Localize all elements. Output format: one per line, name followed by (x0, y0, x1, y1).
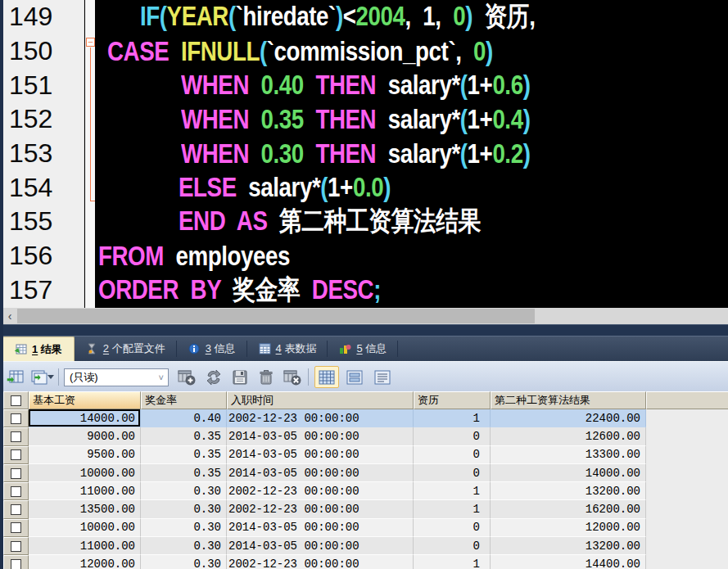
column-header[interactable]: 奖金率 (141, 391, 227, 409)
fold-collapse-icon[interactable]: – (86, 38, 95, 47)
grid-cell[interactable]: 0.35 (141, 464, 227, 482)
table-row[interactable]: 10000.000.302014-03-05 00:00:00012000.00 (3, 519, 728, 537)
grid-cell[interactable]: 11000.00 (29, 537, 141, 555)
table-row[interactable]: 14000.000.402002-12-23 00:00:00122400.00 (3, 409, 728, 427)
grid-cell[interactable]: 2014-03-05 00:00:00 (227, 519, 414, 537)
grid-cell[interactable]: 0 (414, 519, 491, 537)
result-grid[interactable]: 基本工资奖金率入职时间资历第二种工资算法结果 14000.000.402002-… (3, 391, 728, 569)
table-row[interactable]: 9500.000.352014-03-05 00:00:00013300.00 (3, 446, 728, 464)
grid-cell[interactable]: 11000.00 (29, 482, 141, 500)
grid-cell[interactable]: 0 (414, 464, 491, 482)
tab-table-data[interactable]: 4 表数据 (247, 336, 328, 361)
row-checkbox[interactable] (11, 449, 21, 460)
column-header[interactable]: 入职时间 (227, 391, 414, 409)
grid-cell[interactable]: 10000.00 (29, 519, 141, 537)
tab-info-1[interactable]: 3 信息 (177, 336, 247, 361)
grid-cell[interactable]: 22400.00 (491, 409, 646, 427)
scrollbar-thumb[interactable] (17, 309, 535, 323)
table-row[interactable]: 12000.000.302002-12-23 00:00:00114400.00 (3, 555, 728, 569)
grid-cell[interactable]: 0.30 (141, 519, 227, 537)
table-row[interactable]: 11000.000.302014-03-05 00:00:00013200.00 (3, 537, 728, 555)
grid-cell[interactable]: 1 (414, 482, 491, 500)
row-checkbox[interactable] (11, 541, 21, 552)
grid-cell[interactable]: 13200.00 (491, 537, 646, 555)
grid-cell[interactable]: 0 (414, 537, 491, 555)
show-grid-button[interactable] (5, 367, 26, 387)
table-row[interactable]: 9000.000.352014-03-05 00:00:00012600.00 (3, 427, 728, 445)
grid-cell[interactable]: 14400.00 (491, 555, 646, 569)
grid-cell[interactable]: 1 (414, 555, 491, 569)
grid-cell[interactable]: 12000.00 (29, 555, 141, 569)
row-selector-cell[interactable] (3, 537, 29, 555)
code-area[interactable]: IF(YEAR(`hiredate`)<2004, 1, 0) 资历,CASE … (95, 0, 728, 308)
grid-cell[interactable]: 9000.00 (29, 427, 141, 445)
save-button[interactable] (229, 367, 251, 387)
row-selector-cell[interactable] (3, 464, 29, 482)
grid-cell[interactable]: 0.30 (141, 482, 227, 500)
select-all-checkbox[interactable] (11, 395, 21, 406)
grid-cell[interactable]: 0.30 (141, 500, 227, 518)
row-checkbox[interactable] (11, 468, 21, 479)
grid-cell[interactable]: 2002-12-23 00:00:00 (227, 482, 414, 500)
refresh-button[interactable] (203, 367, 224, 387)
grid-options-caret-icon[interactable] (46, 367, 56, 387)
grid-cell[interactable]: 13500.00 (29, 500, 141, 518)
grid-cell[interactable]: 10000.00 (29, 464, 141, 482)
grid-cell[interactable]: 1 (414, 500, 491, 518)
tab-info-2[interactable]: 5 信息 (328, 336, 398, 361)
row-checkbox[interactable] (11, 431, 21, 442)
grid-cell[interactable]: 0.35 (141, 427, 227, 445)
select-all-header-cell[interactable] (3, 391, 29, 409)
grid-view-button[interactable] (314, 366, 339, 388)
tab-result[interactable]: 1 结果 (2, 336, 75, 361)
row-checkbox[interactable] (11, 504, 21, 515)
cancel-changes-button[interactable] (282, 367, 303, 387)
grid-cell[interactable]: 0.30 (141, 537, 227, 555)
delete-record-button[interactable] (255, 367, 277, 387)
grid-cell[interactable]: 2002-12-23 00:00:00 (227, 500, 414, 518)
grid-cell[interactable]: 13300.00 (491, 446, 646, 464)
grid-cell[interactable]: 0.30 (141, 555, 227, 569)
column-header[interactable]: 第二种工资算法结果 (491, 391, 646, 409)
table-row[interactable]: 13500.000.302002-12-23 00:00:00116200.00 (3, 500, 728, 518)
form-view-button[interactable] (342, 366, 367, 388)
scroll-left-arrow-icon[interactable]: ‹ (3, 308, 16, 324)
readonly-select[interactable]: (只读) ˅ (64, 368, 169, 386)
row-selector-cell[interactable] (3, 409, 29, 427)
row-checkbox[interactable] (11, 413, 21, 424)
grid-cell[interactable]: 12600.00 (491, 427, 646, 445)
grid-cell[interactable]: 2002-12-23 00:00:00 (227, 555, 414, 569)
row-checkbox[interactable] (11, 559, 21, 569)
grid-cell[interactable]: 14000.00 (491, 464, 646, 482)
grid-cell[interactable]: 14000.00 (29, 409, 141, 427)
add-record-button[interactable] (176, 367, 197, 387)
row-selector-cell[interactable] (3, 482, 29, 500)
row-selector-cell[interactable] (3, 555, 29, 569)
editor-horizontal-scrollbar[interactable]: ‹ (0, 308, 728, 324)
row-selector-cell[interactable] (3, 446, 29, 464)
grid-cell[interactable]: 0.35 (141, 446, 227, 464)
row-checkbox[interactable] (11, 486, 21, 497)
grid-cell[interactable]: 2002-12-23 00:00:00 (227, 409, 414, 427)
grid-cell[interactable]: 13200.00 (491, 482, 646, 500)
grid-cell[interactable]: 9500.00 (29, 446, 141, 464)
grid-cell[interactable]: 2014-03-05 00:00:00 (227, 537, 414, 555)
grid-cell[interactable]: 2014-03-05 00:00:00 (227, 427, 414, 445)
text-view-button[interactable] (370, 366, 395, 388)
row-selector-cell[interactable] (3, 519, 29, 537)
column-header[interactable]: 资历 (414, 391, 491, 409)
row-checkbox[interactable] (11, 522, 21, 533)
grid-cell[interactable]: 1 (414, 409, 491, 427)
sql-editor[interactable]: 149150151152153154155156157 – IF(YEAR(`h… (0, 0, 728, 308)
grid-cell[interactable]: 2014-03-05 00:00:00 (227, 446, 414, 464)
grid-cell[interactable]: 2014-03-05 00:00:00 (227, 464, 414, 482)
grid-cell[interactable]: 0 (414, 427, 491, 445)
tab-profiles[interactable]: 2 个配置文件 (75, 336, 177, 361)
editor-results-splitter[interactable] (0, 324, 728, 336)
grid-cell[interactable]: 0 (414, 446, 491, 464)
row-selector-cell[interactable] (3, 427, 29, 445)
grid-cell[interactable]: 16200.00 (491, 500, 646, 518)
table-row[interactable]: 10000.000.352014-03-05 00:00:00014000.00 (3, 464, 728, 482)
grid-cell[interactable]: 0.40 (141, 409, 227, 427)
column-header[interactable]: 基本工资 (29, 391, 141, 409)
